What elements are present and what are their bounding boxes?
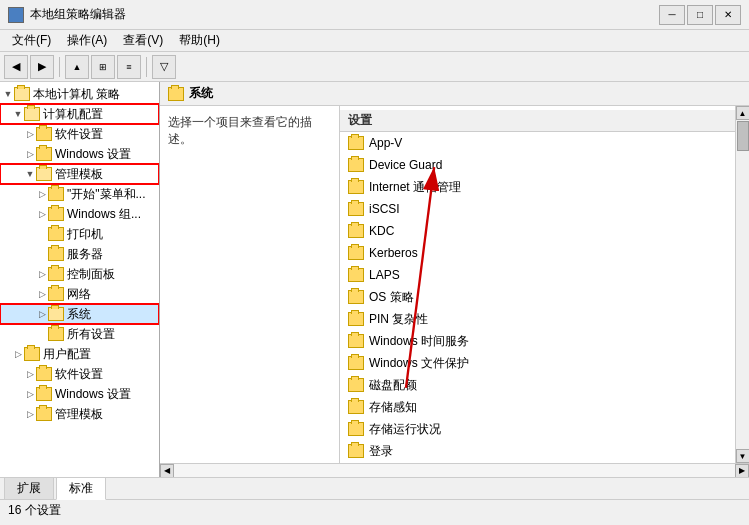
scroll-up-button[interactable]: ▲	[736, 106, 750, 120]
close-button[interactable]: ✕	[715, 5, 741, 25]
right-panel: 系统 选择一个项目来查看它的描述。 设置 App-V	[160, 82, 749, 477]
tree-admin-templates[interactable]: ▼ 管理模板	[0, 164, 159, 184]
ua-label: 管理模板	[55, 406, 103, 423]
ws-label: Windows 设置	[55, 146, 131, 163]
tree-user-windows[interactable]: ▷ Windows 设置	[0, 384, 159, 404]
tree-all-settings[interactable]: 所有设置	[0, 324, 159, 344]
tree-user-software[interactable]: ▷ 软件设置	[0, 364, 159, 384]
item-folder-icon	[348, 444, 364, 458]
right-content: 选择一个项目来查看它的描述。 设置 App-V Device Guard	[160, 106, 749, 463]
hscroll-left-button[interactable]: ◀	[160, 464, 174, 478]
show-hide-button[interactable]: ⊞	[91, 55, 115, 79]
maximize-button[interactable]: □	[687, 5, 713, 25]
sm-folder-icon	[48, 187, 64, 201]
items-panel: 设置 App-V Device Guard Internet 通信管理	[340, 106, 735, 463]
item-folder-icon	[348, 400, 364, 414]
tree-computer-config[interactable]: ▼ 计算机配置	[0, 104, 159, 124]
tree-server[interactable]: 服务器	[0, 244, 159, 264]
list-item[interactable]: 电源管理	[340, 462, 735, 463]
scroll-down-button[interactable]: ▼	[736, 449, 750, 463]
filter-button[interactable]: ▽	[152, 55, 176, 79]
cp-toggle: ▷	[36, 268, 48, 280]
root-folder-icon	[14, 87, 30, 101]
tree-network[interactable]: ▷ 网络	[0, 284, 159, 304]
at-folder-icon	[36, 167, 52, 181]
nw-label: 网络	[67, 286, 91, 303]
horizontal-scrollbar[interactable]: ◀ ▶	[160, 463, 749, 477]
menu-help[interactable]: 帮助(H)	[171, 30, 228, 51]
at-toggle: ▼	[24, 168, 36, 180]
list-item[interactable]: 存储运行状况	[340, 418, 735, 440]
header-folder-icon	[168, 87, 184, 101]
scroll-thumb[interactable]	[737, 121, 749, 151]
tab-standard[interactable]: 标准	[56, 477, 106, 500]
list-item[interactable]: LAPS	[340, 264, 735, 286]
tree-printer[interactable]: 打印机	[0, 224, 159, 244]
item-label: OS 策略	[369, 289, 414, 306]
tree-start-menu[interactable]: ▷ "开始"菜单和...	[0, 184, 159, 204]
menu-view[interactable]: 查看(V)	[115, 30, 171, 51]
ua-toggle: ▷	[24, 408, 36, 420]
title-bar-title: 本地组策略编辑器	[30, 6, 659, 23]
back-button[interactable]: ◀	[4, 55, 28, 79]
list-item[interactable]: Kerberos	[340, 242, 735, 264]
item-label: 存储运行状况	[369, 421, 441, 438]
item-label: iSCSI	[369, 202, 400, 216]
ss-folder-icon	[36, 127, 52, 141]
item-folder-icon	[348, 180, 364, 194]
list-item[interactable]: KDC	[340, 220, 735, 242]
item-folder-icon	[348, 268, 364, 282]
pr-folder-icon	[48, 227, 64, 241]
tab-extended[interactable]: 扩展	[4, 477, 54, 499]
tree-button[interactable]: ≡	[117, 55, 141, 79]
tree-user-config[interactable]: ▷ 用户配置	[0, 344, 159, 364]
column-header: 设置	[340, 110, 735, 132]
tree-root[interactable]: ▼ 本地计算机 策略	[0, 84, 159, 104]
item-label: KDC	[369, 224, 394, 238]
list-item[interactable]: Windows 文件保护	[340, 352, 735, 374]
cc-label: 计算机配置	[43, 106, 103, 123]
list-item[interactable]: 磁盘配额	[340, 374, 735, 396]
item-label: Windows 文件保护	[369, 355, 469, 372]
list-item[interactable]: 登录	[340, 440, 735, 462]
sv-folder-icon	[48, 247, 64, 261]
menu-action[interactable]: 操作(A)	[59, 30, 115, 51]
list-item[interactable]: iSCSI	[340, 198, 735, 220]
app-icon	[8, 7, 24, 23]
title-bar: 本地组策略编辑器 ─ □ ✕	[0, 0, 749, 30]
item-folder-icon	[348, 334, 364, 348]
menu-file[interactable]: 文件(F)	[4, 30, 59, 51]
item-label: Kerberos	[369, 246, 418, 260]
item-label: Internet 通信管理	[369, 179, 461, 196]
sv-label: 服务器	[67, 246, 103, 263]
tree-windows-group[interactable]: ▷ Windows 组...	[0, 204, 159, 224]
tree-control-panel[interactable]: ▷ 控制面板	[0, 264, 159, 284]
list-item[interactable]: Device Guard	[340, 154, 735, 176]
tree-software-settings[interactable]: ▷ 软件设置	[0, 124, 159, 144]
item-label: PIN 复杂性	[369, 311, 428, 328]
tree-user-admin[interactable]: ▷ 管理模板	[0, 404, 159, 424]
tree-system[interactable]: ▷ 系统	[0, 304, 159, 324]
ws-toggle: ▷	[24, 148, 36, 160]
column-header-label: 设置	[348, 113, 372, 127]
list-item[interactable]: OS 策略	[340, 286, 735, 308]
list-item[interactable]: Windows 时间服务	[340, 330, 735, 352]
forward-button[interactable]: ▶	[30, 55, 54, 79]
hscroll-right-button[interactable]: ▶	[735, 464, 749, 478]
vertical-scrollbar[interactable]: ▲ ▼	[735, 106, 749, 463]
item-folder-icon	[348, 224, 364, 238]
up-button[interactable]: ▲	[65, 55, 89, 79]
list-item[interactable]: 存储感知	[340, 396, 735, 418]
item-folder-icon	[348, 422, 364, 436]
list-item[interactable]: App-V	[340, 132, 735, 154]
sys-label: 系统	[67, 306, 91, 323]
sm-label: "开始"菜单和...	[67, 186, 146, 203]
minimize-button[interactable]: ─	[659, 5, 685, 25]
description-text: 选择一个项目来查看它的描述。	[168, 115, 312, 146]
cp-folder-icon	[48, 267, 64, 281]
ss-toggle: ▷	[24, 128, 36, 140]
tab-bar: 扩展 标准	[0, 477, 749, 499]
tree-windows-settings[interactable]: ▷ Windows 设置	[0, 144, 159, 164]
list-item[interactable]: Internet 通信管理	[340, 176, 735, 198]
list-item[interactable]: PIN 复杂性	[340, 308, 735, 330]
